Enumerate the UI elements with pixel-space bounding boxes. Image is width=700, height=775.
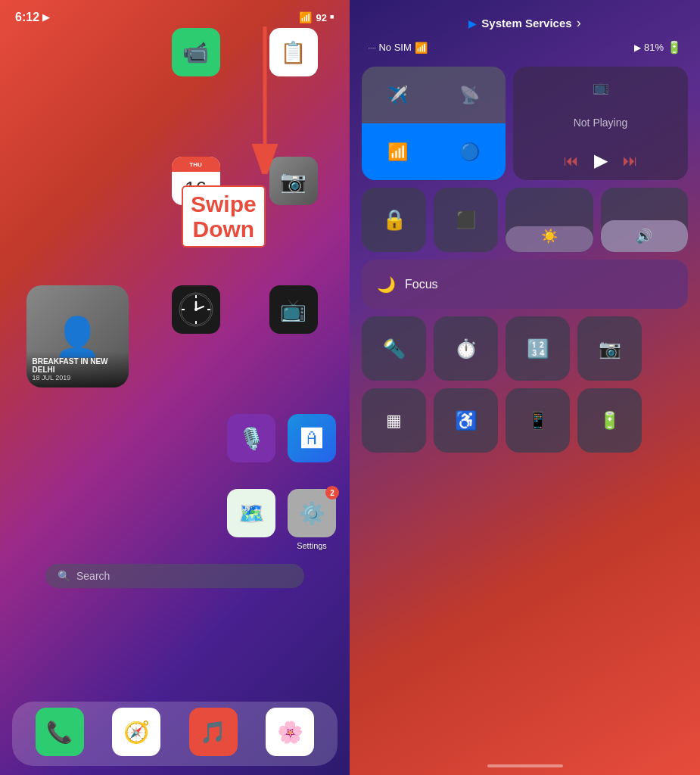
timer-icon: ⏱️ xyxy=(455,338,478,359)
left-phone: 6:12 ▶ 📶 92 ▪ xyxy=(0,0,350,775)
rewind-icon[interactable]: ⏮ xyxy=(564,152,579,170)
battery-pct-cc: 81% xyxy=(644,42,664,53)
accessibility-btn[interactable]: ♿ xyxy=(434,388,498,453)
cc-header: ▶ System Services › xyxy=(350,0,700,37)
playback-controls: ⏮ ▶ ⏭ xyxy=(564,150,638,171)
mirror-icon: ⬛ xyxy=(456,210,476,230)
connectivity-widget[interactable]: ✈️ 📡 📶 🔵 xyxy=(362,67,506,180)
signal-dots: ···· xyxy=(368,42,375,53)
wifi-icon-left: 📶 xyxy=(299,11,312,23)
airplane-mode-btn[interactable]: ✈️ xyxy=(362,67,434,123)
focus-control[interactable]: 🌙 Focus xyxy=(362,260,688,309)
cc-row-4: 🔦 ⏱️ 🔢 📷 xyxy=(362,316,688,381)
qr-scan-btn[interactable]: ▦ xyxy=(362,388,426,453)
battery-cc-icon: 🔋 xyxy=(599,411,620,431)
swipe-arrow-annotation xyxy=(242,23,288,177)
cc-row-1: ✈️ 📡 📶 🔵 📺 Not Playing ⏮ ▶ xyxy=(362,67,688,180)
brightness-icon: ☀️ xyxy=(541,229,558,244)
dock: 📞 🧭 🎵 🌸 xyxy=(12,702,338,766)
cellular-btn[interactable]: 📡 xyxy=(434,67,506,123)
cc-row-5: ▦ ♿ 📱 🔋 xyxy=(362,388,688,453)
chevron-icon: › xyxy=(577,15,581,31)
settings-badge: 2 xyxy=(325,486,339,500)
focus-moon-icon: 🌙 xyxy=(377,275,396,294)
home-indicator xyxy=(487,764,563,767)
fast-forward-icon[interactable]: ⏭ xyxy=(623,152,638,170)
play-icon[interactable]: ▶ xyxy=(594,150,608,171)
wifi-icon-cc: 📶 xyxy=(415,42,428,54)
system-services-label[interactable]: System Services xyxy=(481,17,571,30)
photos-person-widget[interactable]: 👤 BREAKFAST IN NEW DELHI 18 JUL 2019 Pho… xyxy=(26,285,129,400)
not-playing-label: Not Playing xyxy=(574,117,628,129)
dock-phone[interactable]: 📞 xyxy=(30,708,90,760)
volume-icon: 🔊 xyxy=(636,229,652,244)
cc-status-bar: ···· No SIM 📶 ▶ 81% 🔋 xyxy=(350,37,700,61)
rotate-lock-icon: 🔒 xyxy=(382,208,406,232)
airplay-icon: 📺 xyxy=(593,79,609,95)
status-bar-left: 6:12 ▶ 📶 92 ▪ xyxy=(0,0,350,28)
settings-app[interactable]: ⚙️ 2 Settings xyxy=(282,489,342,550)
location-icon-cc: ▶ xyxy=(468,17,477,30)
cc-grid: ✈️ 📡 📶 🔵 📺 Not Playing ⏮ ▶ xyxy=(350,61,700,459)
camera-cc-icon: 📷 xyxy=(599,338,621,359)
timer-btn[interactable]: ⏱️ xyxy=(434,316,498,381)
wifi-btn[interactable]: 📶 xyxy=(362,123,434,180)
svg-point-10 xyxy=(194,308,198,311)
search-bar[interactable]: 🔍 Search xyxy=(45,564,304,588)
time-display: 6:12 xyxy=(15,11,39,24)
accessibility-icon: ♿ xyxy=(455,410,478,431)
flashlight-icon: 🔦 xyxy=(383,338,406,359)
location-icon: ▶ xyxy=(42,12,49,23)
bluetooth-btn[interactable]: 🔵 xyxy=(434,123,506,180)
remote-icon: 📱 xyxy=(527,411,548,431)
dock-photos[interactable]: 🌸 xyxy=(260,708,320,760)
now-playing-widget[interactable]: 📺 Not Playing ⏮ ▶ ⏭ xyxy=(513,67,688,180)
focus-label: Focus xyxy=(405,278,438,291)
screen-mirror-btn[interactable]: ⬛ xyxy=(434,188,498,252)
flashlight-btn[interactable]: 🔦 xyxy=(362,316,426,381)
search-icon: 🔍 xyxy=(58,570,70,582)
no-sim-label: No SIM xyxy=(378,42,411,53)
location-icon-cc2: ▶ xyxy=(634,42,641,53)
calculator-btn[interactable]: 🔢 xyxy=(506,316,570,381)
remote-btn[interactable]: 📱 xyxy=(506,388,570,453)
calculator-icon: 🔢 xyxy=(527,338,549,359)
brightness-slider[interactable]: ☀️ xyxy=(506,188,593,252)
screen-lock-btn[interactable]: 🔒 xyxy=(362,188,426,252)
swipe-down-text: Swipe Down xyxy=(182,185,266,247)
dock-music[interactable]: 🎵 xyxy=(183,708,244,760)
battery-display-left: 92 ▪ xyxy=(316,9,334,25)
camera-btn[interactable]: 📷 xyxy=(577,316,642,381)
battery-icon-cc: 🔋 xyxy=(667,40,682,54)
dock-safari[interactable]: 🧭 xyxy=(106,708,166,760)
qr-icon: ▦ xyxy=(386,411,402,431)
cc-row-2: 🔒 ⬛ ☀️ 🔊 xyxy=(362,188,688,252)
volume-slider[interactable]: 🔊 xyxy=(601,188,689,252)
right-phone: ▶ System Services › ···· No SIM 📶 ▶ 81% … xyxy=(350,0,700,775)
battery-btn[interactable]: 🔋 xyxy=(577,388,642,453)
search-placeholder: Search xyxy=(76,570,110,582)
